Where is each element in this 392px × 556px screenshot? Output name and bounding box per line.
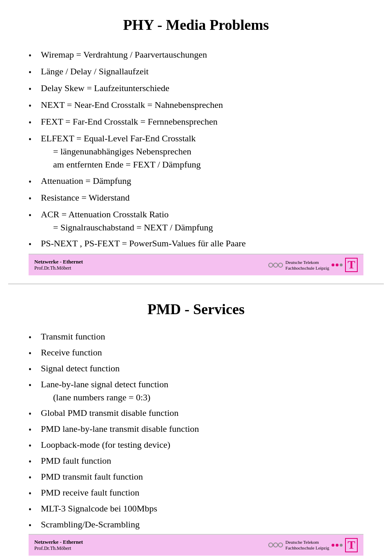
telekom-dots xyxy=(332,544,343,547)
slide2-footer: Netzwerke - Ethernet Prof.Dr.Th.Möbert D… xyxy=(29,534,363,556)
telekom-text: Deutsche Telekom Fachhochschule Leipzig xyxy=(285,539,329,551)
footer-left: Netzwerke - Ethernet Prof.Dr.Th.Möbert xyxy=(34,539,83,552)
bullet-icon: • xyxy=(29,210,38,221)
slide2-bullet-list: • Transmit function • Receive function •… xyxy=(29,330,363,534)
bullet-icon: • xyxy=(29,239,38,250)
list-item-text: PMD transmit fault function xyxy=(41,470,143,483)
list-item: • Delay Skew = Laufzeitunterschiede xyxy=(29,82,363,95)
list-item: • NEXT = Near-End Crosstalk = Nahnebensp… xyxy=(29,98,363,112)
slide2-title: PMD - Services xyxy=(29,301,363,318)
slide1-footer: Netzwerke - Ethernet Prof.Dr.Th.Möbert D… xyxy=(29,254,363,275)
footer-left: Netzwerke - Ethernet Prof.Dr.Th.Möbert xyxy=(34,259,83,271)
list-item: • Global PMD transmit disable function xyxy=(29,406,363,420)
bullet-icon: • xyxy=(29,348,38,360)
list-item-text: Wiremap = Verdrahtung / Paarvertauschung… xyxy=(41,48,363,61)
telekom-circles-icon xyxy=(268,259,283,271)
list-item-text: Scrambling/De-Scrambling xyxy=(41,518,140,531)
list-item-text: NEXT = Near-End Crosstalk = Nahnebenspre… xyxy=(41,98,363,112)
bullet-icon: • xyxy=(29,176,38,188)
list-item-text: PS-NEXT , PS-FEXT = PowerSum-Values für … xyxy=(41,237,363,250)
bullet-icon: • xyxy=(29,67,38,78)
telekom-t-icon: T xyxy=(345,258,358,272)
list-item: • Loopback-mode (for testing device) xyxy=(29,438,363,452)
list-item-text: Resistance = Widerstand xyxy=(41,191,363,204)
list-item-subtext: (lane numbers range = 0:3) xyxy=(41,391,168,404)
list-item-text: FEXT = Far-End Crosstalk = Fernnebenspre… xyxy=(41,115,363,128)
list-item-text: PMD lane-by-lane transmit disable functi… xyxy=(41,422,199,435)
bullet-icon: • xyxy=(29,456,38,468)
bullet-icon: • xyxy=(29,100,38,112)
list-item-text: PMD fault function xyxy=(41,454,111,467)
bullet-icon: • xyxy=(29,364,38,375)
list-item: • Attenuation = Dämpfung xyxy=(29,174,363,188)
list-item: • ELFEXT = Equal-Level Far-End Crosstalk… xyxy=(29,132,363,171)
list-item-text: Receive function xyxy=(41,346,102,359)
telekom-text: Deutsche Telekom Fachhochschule Leipzig xyxy=(285,259,329,271)
slide1-title: PHY - Media Problems xyxy=(29,16,363,33)
list-item: • PMD transmit fault function xyxy=(29,470,363,484)
svg-point-2 xyxy=(278,263,283,267)
bullet-icon: • xyxy=(29,520,38,531)
telekom-line2: Fachhochschule Leipzig xyxy=(285,545,329,551)
list-item-text: ELFEXT = Equal-Level Far-End Crosstalk =… xyxy=(41,132,363,171)
list-item: • PMD receive fault function xyxy=(29,486,363,500)
slide-1: PHY - Media Problems • Wiremap = Verdrah… xyxy=(0,0,392,284)
list-item-subtext: = Signalrauschabstand = NEXT / Dämpfung xyxy=(41,221,363,234)
list-item: • PS-NEXT , PS-FEXT = PowerSum-Values fü… xyxy=(29,237,363,250)
list-item-subtext: = längenunabhängiges Nebensprechen xyxy=(41,145,363,158)
list-item-text: Signal detect function xyxy=(41,362,120,375)
bullet-icon: • xyxy=(29,440,38,452)
dot-2 xyxy=(336,544,339,547)
svg-point-3 xyxy=(269,543,273,547)
bullet-icon: • xyxy=(29,504,38,516)
list-item-text: PMD receive fault function xyxy=(41,486,139,499)
list-item: • Receive function xyxy=(29,346,363,360)
footer-subtitle: Prof.Dr.Th.Möbert xyxy=(34,265,83,271)
bullet-icon: • xyxy=(29,134,38,145)
list-item-text: Transmit function xyxy=(41,330,105,343)
bullet-icon: • xyxy=(29,50,38,62)
telekom-line2: Fachhochschule Leipzig xyxy=(285,265,329,271)
list-item-text: Lane-by-lane signal detect function (lan… xyxy=(41,378,168,404)
svg-point-4 xyxy=(274,543,278,547)
telekom-circles-icon xyxy=(268,539,283,551)
footer-subtitle: Prof.Dr.Th.Möbert xyxy=(34,545,83,552)
bullet-icon: • xyxy=(29,117,38,129)
list-item: • Resistance = Widerstand xyxy=(29,191,363,205)
list-item: • PMD fault function xyxy=(29,454,363,468)
list-item-text: ACR = Attenuation Crosstalk Ratio = Sign… xyxy=(41,208,363,234)
svg-point-1 xyxy=(274,263,278,267)
dot-2 xyxy=(336,263,339,266)
slide-2: PMD - Services • Transmit function • Rec… xyxy=(0,284,392,556)
bullet-icon: • xyxy=(29,472,38,484)
bullet-icon: • xyxy=(29,424,38,436)
dot-3 xyxy=(340,263,343,266)
telekom-logo: Deutsche Telekom Fachhochschule Leipzig … xyxy=(268,538,358,552)
list-item-text: Global PMD transmit disable function xyxy=(41,406,178,420)
footer-title: Netzwerke - Ethernet xyxy=(34,259,83,265)
svg-point-0 xyxy=(269,263,273,267)
footer-right: Deutsche Telekom Fachhochschule Leipzig … xyxy=(268,538,358,552)
dot-3 xyxy=(340,544,343,547)
list-item: • Lane-by-lane signal detect function (l… xyxy=(29,378,363,404)
bullet-icon: • xyxy=(29,380,38,391)
list-item-text: MLT-3 Signalcode bei 100Mbps xyxy=(41,502,157,515)
list-item: • MLT-3 Signalcode bei 100Mbps xyxy=(29,502,363,516)
list-item-subtext2: am entfernten Ende = FEXT / Dämpfung xyxy=(41,158,363,171)
bullet-icon: • xyxy=(29,193,38,205)
telekom-line1: Deutsche Telekom xyxy=(285,259,329,265)
bullet-icon: • xyxy=(29,332,38,344)
telekom-logo: Deutsche Telekom Fachhochschule Leipzig … xyxy=(268,258,358,272)
slide1-bullet-list: • Wiremap = Verdrahtung / Paarvertauschu… xyxy=(29,48,363,254)
dot-1 xyxy=(332,544,334,547)
bullet-icon: • xyxy=(29,83,38,95)
list-item-text: Delay Skew = Laufzeitunterschiede xyxy=(41,82,363,95)
svg-point-5 xyxy=(278,543,283,547)
footer-right: Deutsche Telekom Fachhochschule Leipzig … xyxy=(268,258,358,272)
telekom-t-icon: T xyxy=(345,538,358,552)
list-item: • Länge / Delay / Signallaufzeit xyxy=(29,65,363,78)
footer-title: Netzwerke - Ethernet xyxy=(34,539,83,545)
telekom-dots xyxy=(332,263,343,266)
bullet-icon: • xyxy=(29,488,38,500)
list-item: • PMD lane-by-lane transmit disable func… xyxy=(29,422,363,436)
